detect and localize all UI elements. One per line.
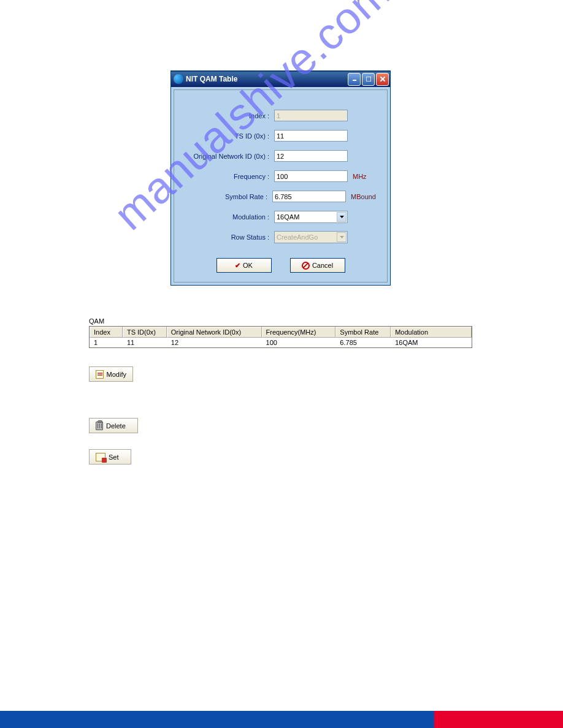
table-row[interactable]: 1 11 12 100 6.785 16QAM bbox=[90, 338, 472, 347]
trash-icon bbox=[96, 422, 103, 430]
cell-tsid: 11 bbox=[123, 338, 167, 347]
qam-group-label: QAM bbox=[89, 317, 472, 325]
header-frequency[interactable]: Frequency(MHz) bbox=[262, 327, 336, 338]
svg-rect-0 bbox=[353, 80, 356, 81]
titlebar[interactable]: NIT QAM Table bbox=[171, 71, 390, 87]
cell-symbolrate: 6.785 bbox=[335, 338, 391, 347]
symbolrate-unit: MBound bbox=[351, 193, 376, 200]
cell-modulation: 16QAM bbox=[391, 338, 472, 347]
cell-frequency: 100 bbox=[262, 338, 336, 347]
header-modulation[interactable]: Modulation bbox=[391, 327, 472, 338]
page-footer bbox=[0, 711, 563, 728]
cell-index: 1 bbox=[90, 338, 123, 347]
onid-label: Original Network ID (0x) : bbox=[185, 153, 274, 160]
delete-label: Delete bbox=[106, 422, 126, 430]
footer-blue bbox=[0, 711, 434, 728]
qam-table-group: QAM Index TS ID(0x) Original Network ID(… bbox=[89, 317, 472, 348]
onid-field[interactable] bbox=[274, 150, 348, 162]
dialog-title: NIT QAM Table bbox=[186, 75, 348, 83]
modulation-value: 16QAM bbox=[277, 213, 299, 221]
cancel-label: Cancel bbox=[312, 262, 333, 269]
tsid-field[interactable] bbox=[274, 130, 348, 142]
modify-icon bbox=[96, 370, 104, 379]
rowstatus-select: CreateAndGo bbox=[274, 231, 348, 243]
chevron-down-icon bbox=[337, 212, 347, 222]
modify-button[interactable]: Modify bbox=[89, 366, 133, 382]
maximize-button[interactable] bbox=[362, 73, 375, 86]
close-button[interactable] bbox=[376, 73, 389, 86]
modify-label: Modify bbox=[107, 371, 126, 378]
header-index[interactable]: Index bbox=[90, 327, 123, 338]
table-header-row: Index TS ID(0x) Original Network ID(0x) … bbox=[90, 327, 472, 338]
check-icon: ✔ bbox=[235, 262, 240, 270]
cancel-button[interactable]: Cancel bbox=[290, 258, 345, 273]
frequency-field[interactable] bbox=[274, 170, 348, 182]
chevron-down-icon bbox=[337, 232, 347, 242]
symbolrate-field[interactable] bbox=[272, 191, 346, 202]
frequency-unit: MHz bbox=[353, 173, 367, 180]
rowstatus-label: Row Status : bbox=[185, 233, 274, 241]
index-label: Index : bbox=[185, 112, 274, 119]
symbolrate-label: Symbol Rate : bbox=[185, 193, 272, 200]
index-field bbox=[274, 110, 348, 121]
set-icon bbox=[96, 453, 105, 461]
cell-onid: 12 bbox=[167, 338, 262, 347]
modulation-label: Modulation : bbox=[185, 213, 274, 221]
header-tsid[interactable]: TS ID(0x) bbox=[123, 327, 167, 338]
footer-red bbox=[434, 711, 563, 728]
modulation-select[interactable]: 16QAM bbox=[274, 211, 348, 223]
ok-label: OK bbox=[243, 262, 253, 269]
header-symbolrate[interactable]: Symbol Rate bbox=[335, 327, 391, 338]
tsid-label: TS ID (0x) : bbox=[185, 132, 274, 140]
rowstatus-value: CreateAndGo bbox=[277, 233, 318, 241]
frequency-label: Frequency : bbox=[185, 173, 274, 180]
set-button[interactable]: Set bbox=[89, 449, 131, 464]
ok-button[interactable]: ✔ OK bbox=[216, 258, 272, 273]
minimize-button[interactable] bbox=[348, 73, 361, 86]
delete-button[interactable]: Delete bbox=[89, 418, 138, 433]
nit-qam-dialog: NIT QAM Table Index : TS ID (0x) : Origi… bbox=[170, 70, 391, 286]
cancel-icon bbox=[302, 262, 310, 270]
header-onid[interactable]: Original Network ID(0x) bbox=[167, 327, 262, 338]
svg-rect-1 bbox=[366, 77, 371, 82]
set-label: Set bbox=[109, 453, 119, 461]
app-icon bbox=[174, 74, 183, 84]
